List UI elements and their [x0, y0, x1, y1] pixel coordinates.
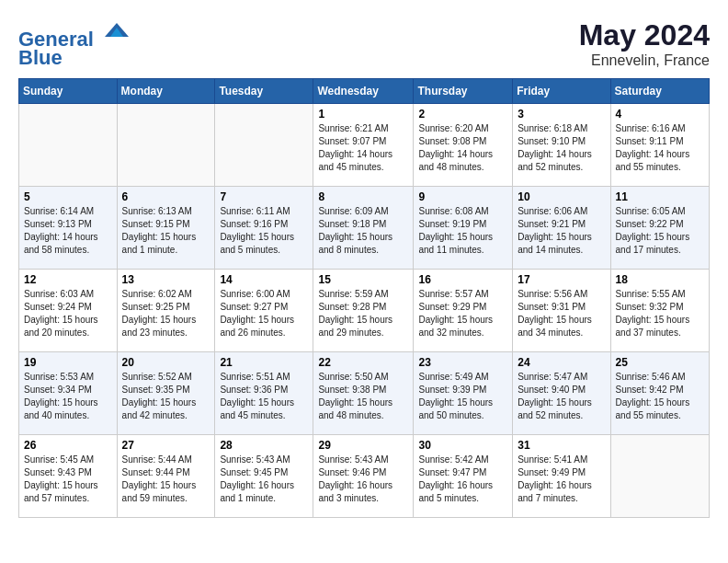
day-info: Sunrise: 6:13 AM Sunset: 9:15 PM Dayligh… — [122, 205, 210, 257]
day-number: 8 — [318, 190, 408, 203]
day-number: 21 — [220, 356, 308, 369]
day-number: 5 — [24, 190, 112, 203]
day-info: Sunrise: 6:08 AM Sunset: 9:19 PM Dayligh… — [418, 205, 507, 257]
weekday-tuesday: Tuesday — [215, 79, 313, 104]
calendar-cell: 21Sunrise: 5:51 AM Sunset: 9:36 PM Dayli… — [215, 352, 313, 435]
day-info: Sunrise: 6:02 AM Sunset: 9:25 PM Dayligh… — [122, 288, 210, 339]
title-block: May 2024 Ennevelin, France — [579, 18, 710, 69]
day-info: Sunrise: 5:41 AM Sunset: 9:49 PM Dayligh… — [518, 454, 605, 505]
location-subtitle: Ennevelin, France — [579, 52, 710, 69]
calendar-cell: 16Sunrise: 5:57 AM Sunset: 9:29 PM Dayli… — [414, 270, 513, 352]
day-info: Sunrise: 5:42 AM Sunset: 9:47 PM Dayligh… — [418, 454, 507, 505]
calendar-cell: 10Sunrise: 6:06 AM Sunset: 9:21 PM Dayli… — [513, 187, 610, 270]
day-number: 30 — [418, 439, 507, 452]
day-info: Sunrise: 5:55 AM Sunset: 9:32 PM Dayligh… — [616, 288, 704, 339]
calendar-cell — [117, 104, 215, 187]
day-info: Sunrise: 5:45 AM Sunset: 9:43 PM Dayligh… — [24, 454, 112, 505]
calendar-cell — [19, 104, 118, 187]
day-number: 24 — [518, 356, 605, 369]
calendar-cell: 23Sunrise: 5:49 AM Sunset: 9:39 PM Dayli… — [414, 352, 513, 435]
logo: General Blue — [18, 18, 131, 69]
day-info: Sunrise: 6:05 AM Sunset: 9:22 PM Dayligh… — [616, 205, 704, 257]
day-number: 16 — [418, 273, 507, 286]
calendar-cell — [610, 435, 709, 518]
calendar-cell: 8Sunrise: 6:09 AM Sunset: 9:18 PM Daylig… — [313, 187, 414, 270]
day-info: Sunrise: 5:53 AM Sunset: 9:34 PM Dayligh… — [24, 371, 112, 422]
calendar-cell: 26Sunrise: 5:45 AM Sunset: 9:43 PM Dayli… — [19, 435, 118, 518]
calendar-cell — [215, 104, 313, 187]
day-number: 28 — [220, 439, 308, 452]
weekday-saturday: Saturday — [610, 79, 709, 104]
day-info: Sunrise: 5:43 AM Sunset: 9:46 PM Dayligh… — [318, 454, 408, 505]
day-info: Sunrise: 5:59 AM Sunset: 9:28 PM Dayligh… — [318, 288, 408, 339]
weekday-monday: Monday — [117, 79, 215, 104]
day-info: Sunrise: 5:49 AM Sunset: 9:39 PM Dayligh… — [418, 371, 507, 422]
logo-icon — [103, 18, 131, 46]
weekday-sunday: Sunday — [19, 79, 118, 104]
calendar-cell: 30Sunrise: 5:42 AM Sunset: 9:47 PM Dayli… — [414, 435, 513, 518]
day-number: 7 — [220, 190, 308, 203]
calendar-cell: 13Sunrise: 6:02 AM Sunset: 9:25 PM Dayli… — [117, 270, 215, 352]
day-info: Sunrise: 6:14 AM Sunset: 9:13 PM Dayligh… — [24, 205, 112, 257]
calendar-cell: 31Sunrise: 5:41 AM Sunset: 9:49 PM Dayli… — [513, 435, 610, 518]
day-number: 9 — [418, 190, 507, 203]
day-number: 10 — [518, 190, 605, 203]
calendar-cell: 15Sunrise: 5:59 AM Sunset: 9:28 PM Dayli… — [313, 270, 414, 352]
day-info: Sunrise: 6:21 AM Sunset: 9:07 PM Dayligh… — [318, 122, 408, 174]
calendar-cell: 2Sunrise: 6:20 AM Sunset: 9:08 PM Daylig… — [414, 104, 513, 187]
day-number: 6 — [122, 190, 210, 203]
day-number: 1 — [318, 108, 408, 121]
day-number: 13 — [122, 273, 210, 286]
month-title: May 2024 — [579, 18, 710, 52]
calendar-cell: 4Sunrise: 6:16 AM Sunset: 9:11 PM Daylig… — [610, 104, 709, 187]
day-number: 17 — [518, 273, 605, 286]
day-number: 3 — [518, 108, 605, 121]
calendar-cell: 11Sunrise: 6:05 AM Sunset: 9:22 PM Dayli… — [610, 187, 709, 270]
calendar-week-row: 1Sunrise: 6:21 AM Sunset: 9:07 PM Daylig… — [19, 104, 710, 187]
calendar-cell: 20Sunrise: 5:52 AM Sunset: 9:35 PM Dayli… — [117, 352, 215, 435]
day-number: 18 — [616, 273, 704, 286]
calendar-cell: 29Sunrise: 5:43 AM Sunset: 9:46 PM Dayli… — [313, 435, 414, 518]
calendar-cell: 7Sunrise: 6:11 AM Sunset: 9:16 PM Daylig… — [215, 187, 313, 270]
day-number: 2 — [418, 108, 507, 121]
calendar-cell: 28Sunrise: 5:43 AM Sunset: 9:45 PM Dayli… — [215, 435, 313, 518]
calendar-cell: 9Sunrise: 6:08 AM Sunset: 9:19 PM Daylig… — [414, 187, 513, 270]
day-number: 29 — [318, 439, 408, 452]
calendar-cell: 6Sunrise: 6:13 AM Sunset: 9:15 PM Daylig… — [117, 187, 215, 270]
calendar-cell: 27Sunrise: 5:44 AM Sunset: 9:44 PM Dayli… — [117, 435, 215, 518]
calendar-cell: 17Sunrise: 5:56 AM Sunset: 9:31 PM Dayli… — [513, 270, 610, 352]
calendar-cell: 18Sunrise: 5:55 AM Sunset: 9:32 PM Dayli… — [610, 270, 709, 352]
calendar-cell: 14Sunrise: 6:00 AM Sunset: 9:27 PM Dayli… — [215, 270, 313, 352]
calendar-cell: 3Sunrise: 6:18 AM Sunset: 9:10 PM Daylig… — [513, 104, 610, 187]
calendar-week-row: 19Sunrise: 5:53 AM Sunset: 9:34 PM Dayli… — [19, 352, 710, 435]
calendar-cell: 12Sunrise: 6:03 AM Sunset: 9:24 PM Dayli… — [19, 270, 118, 352]
day-info: Sunrise: 5:44 AM Sunset: 9:44 PM Dayligh… — [122, 454, 210, 505]
day-info: Sunrise: 6:00 AM Sunset: 9:27 PM Dayligh… — [220, 288, 308, 339]
day-info: Sunrise: 5:57 AM Sunset: 9:29 PM Dayligh… — [418, 288, 507, 339]
weekday-friday: Friday — [513, 79, 610, 104]
calendar-week-row: 26Sunrise: 5:45 AM Sunset: 9:43 PM Dayli… — [19, 435, 710, 518]
day-info: Sunrise: 6:20 AM Sunset: 9:08 PM Dayligh… — [418, 122, 507, 174]
day-number: 11 — [616, 190, 704, 203]
day-number: 22 — [318, 356, 408, 369]
calendar-cell: 19Sunrise: 5:53 AM Sunset: 9:34 PM Dayli… — [19, 352, 118, 435]
calendar-table: SundayMondayTuesdayWednesdayThursdayFrid… — [18, 78, 710, 518]
day-number: 26 — [24, 439, 112, 452]
day-number: 4 — [616, 108, 704, 121]
calendar-cell: 1Sunrise: 6:21 AM Sunset: 9:07 PM Daylig… — [313, 104, 414, 187]
page-header: General Blue May 2024 Ennevelin, France — [18, 18, 710, 69]
day-info: Sunrise: 5:47 AM Sunset: 9:40 PM Dayligh… — [518, 371, 605, 422]
day-info: Sunrise: 5:46 AM Sunset: 9:42 PM Dayligh… — [616, 371, 704, 422]
day-info: Sunrise: 6:06 AM Sunset: 9:21 PM Dayligh… — [518, 205, 605, 257]
day-info: Sunrise: 5:43 AM Sunset: 9:45 PM Dayligh… — [220, 454, 308, 505]
calendar-week-row: 5Sunrise: 6:14 AM Sunset: 9:13 PM Daylig… — [19, 187, 710, 270]
weekday-thursday: Thursday — [414, 79, 513, 104]
day-info: Sunrise: 6:11 AM Sunset: 9:16 PM Dayligh… — [220, 205, 308, 257]
calendar-cell: 5Sunrise: 6:14 AM Sunset: 9:13 PM Daylig… — [19, 187, 118, 270]
day-info: Sunrise: 6:18 AM Sunset: 9:10 PM Dayligh… — [518, 122, 605, 174]
weekday-wednesday: Wednesday — [313, 79, 414, 104]
day-info: Sunrise: 5:56 AM Sunset: 9:31 PM Dayligh… — [518, 288, 605, 339]
calendar-cell: 24Sunrise: 5:47 AM Sunset: 9:40 PM Dayli… — [513, 352, 610, 435]
day-number: 12 — [24, 273, 112, 286]
day-number: 19 — [24, 356, 112, 369]
